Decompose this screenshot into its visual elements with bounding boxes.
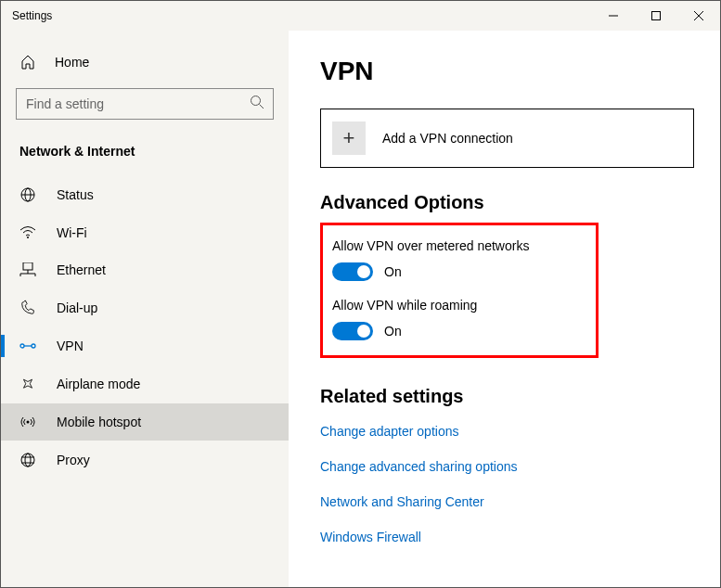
- svg-point-19: [21, 454, 34, 467]
- main-content: VPN + Add a VPN connection Advanced Opti…: [289, 31, 720, 587]
- home-icon: [19, 55, 36, 70]
- sidebar-item-ethernet[interactable]: Ethernet: [1, 251, 289, 288]
- toggle-roaming[interactable]: [332, 322, 373, 340]
- window-controls: [592, 1, 720, 31]
- search-input[interactable]: [16, 88, 274, 120]
- sidebar-item-vpn[interactable]: VPN: [1, 327, 289, 364]
- sidebar-item-label: Status: [57, 187, 94, 202]
- svg-point-9: [27, 236, 29, 238]
- svg-point-20: [25, 454, 31, 467]
- search-icon: [250, 95, 264, 113]
- close-button[interactable]: [677, 1, 720, 31]
- add-vpn-button[interactable]: + Add a VPN connection: [320, 109, 694, 168]
- status-icon: [19, 186, 36, 203]
- svg-point-15: [20, 344, 24, 348]
- toggle-metered-state: On: [384, 264, 402, 279]
- svg-line-5: [260, 105, 264, 109]
- wifi-icon: [19, 226, 36, 239]
- toggle-roaming-state: On: [384, 324, 402, 339]
- home-button[interactable]: Home: [1, 45, 289, 79]
- advanced-options-highlight: Allow VPN over metered networks On Allow…: [320, 223, 599, 358]
- svg-point-16: [32, 344, 35, 348]
- link-adapter-options[interactable]: Change adapter options: [320, 424, 694, 439]
- sidebar-item-label: Mobile hotspot: [57, 415, 141, 429]
- sidebar: Home Network & Internet Status Wi-Fi: [1, 31, 289, 587]
- search-wrap: [16, 88, 274, 120]
- proxy-icon: [19, 452, 36, 468]
- page-title: VPN: [320, 57, 694, 86]
- sidebar-item-wifi[interactable]: Wi-Fi: [1, 214, 289, 251]
- add-vpn-label: Add a VPN connection: [382, 131, 513, 146]
- airplane-icon: [19, 376, 36, 392]
- toggle-metered-label: Allow VPN over metered networks: [332, 238, 581, 253]
- sidebar-item-label: Ethernet: [57, 262, 106, 277]
- sidebar-item-hotspot[interactable]: Mobile hotspot: [1, 403, 289, 441]
- minimize-button[interactable]: [592, 1, 635, 31]
- sidebar-item-label: Proxy: [57, 453, 90, 467]
- link-firewall[interactable]: Windows Firewall: [320, 530, 694, 544]
- advanced-options-title: Advanced Options: [320, 192, 694, 213]
- toggle-metered[interactable]: [332, 262, 373, 281]
- toggle-metered-group: Allow VPN over metered networks On: [332, 238, 581, 281]
- sidebar-item-label: Airplane mode: [57, 377, 140, 391]
- sidebar-item-status[interactable]: Status: [1, 175, 289, 214]
- svg-rect-10: [23, 262, 32, 270]
- toggle-roaming-label: Allow VPN while roaming: [332, 298, 581, 313]
- svg-point-4: [251, 96, 261, 106]
- vpn-icon: [19, 339, 36, 352]
- maximize-button[interactable]: [635, 1, 677, 31]
- sidebar-item-airplane[interactable]: Airplane mode: [1, 364, 289, 403]
- link-network-center[interactable]: Network and Sharing Center: [320, 494, 694, 509]
- sidebar-item-label: VPN: [57, 339, 84, 353]
- ethernet-icon: [19, 262, 36, 277]
- svg-point-18: [27, 421, 30, 424]
- titlebar: Settings: [1, 1, 720, 31]
- hotspot-icon: [19, 415, 36, 429]
- sidebar-item-proxy[interactable]: Proxy: [1, 441, 289, 479]
- dialup-icon: [19, 300, 36, 316]
- related-settings-title: Related settings: [320, 386, 694, 407]
- sidebar-section-title: Network & Internet: [1, 136, 289, 175]
- sidebar-item-label: Wi-Fi: [57, 225, 87, 240]
- toggle-roaming-group: Allow VPN while roaming On: [332, 298, 581, 340]
- svg-rect-1: [652, 12, 661, 20]
- sidebar-item-dialup[interactable]: Dial-up: [1, 288, 289, 327]
- plus-icon: +: [332, 121, 366, 155]
- sidebar-item-label: Dial-up: [57, 300, 97, 315]
- window-title: Settings: [1, 9, 52, 22]
- home-label: Home: [55, 55, 89, 70]
- link-sharing-options[interactable]: Change advanced sharing options: [320, 459, 694, 474]
